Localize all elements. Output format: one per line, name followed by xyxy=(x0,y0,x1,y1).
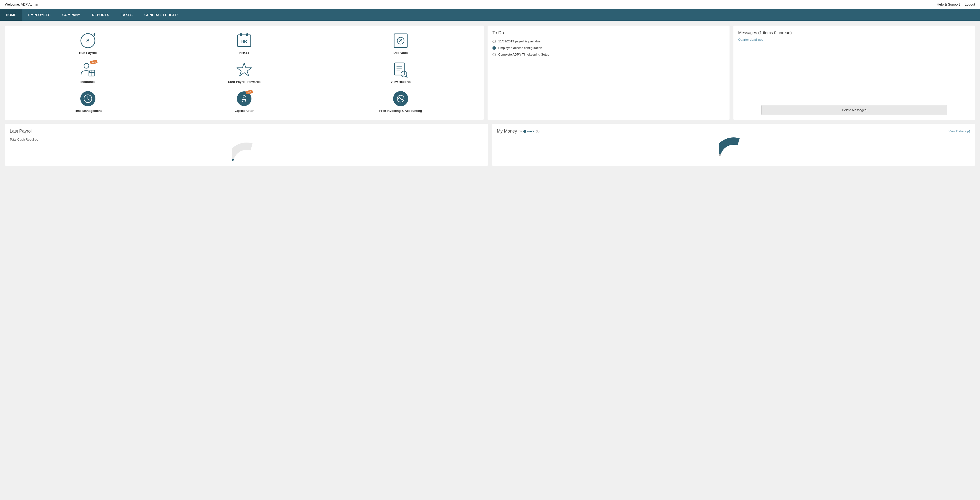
svg-point-36 xyxy=(719,141,748,156)
svg-point-9 xyxy=(84,63,89,68)
logout-link[interactable]: Logout xyxy=(965,2,975,6)
svg-text:✕: ✕ xyxy=(398,37,403,43)
doc-vault-icon-container: ✕ xyxy=(393,33,409,48)
time-management-circle xyxy=(80,91,95,106)
my-money-title: My Money xyxy=(497,129,517,134)
svg-rect-4 xyxy=(247,34,248,36)
todo-item-0[interactable]: 11/01/2019 payroll is past due xyxy=(492,40,725,43)
clock-icon xyxy=(83,94,92,103)
svg-marker-13 xyxy=(237,63,251,76)
last-payroll-card: Last Payroll Total Cash Required: xyxy=(5,124,488,166)
last-payroll-chart xyxy=(10,141,483,161)
todo-item-1[interactable]: Employee access configuration xyxy=(492,46,725,50)
nav-reports[interactable]: REPORTS xyxy=(86,9,115,21)
todo-text-2: Complete ADP® Timekeeping Setup xyxy=(498,53,549,56)
action-earn-payroll-rewards[interactable]: Earn Payroll Rewards xyxy=(228,62,261,83)
action-ziprecruiter[interactable]: New ZipRecruiter xyxy=(235,91,254,113)
todo-circle-0 xyxy=(492,40,496,43)
insurance-new-badge: New xyxy=(90,60,98,65)
svg-line-26 xyxy=(242,101,243,102)
todo-title: To Do xyxy=(492,30,725,35)
action-insurance[interactable]: New Insurance xyxy=(80,62,95,83)
todo-text-0: 11/01/2019 payroll is past due xyxy=(498,40,540,43)
action-time-management[interactable]: Time Management xyxy=(74,91,102,113)
top-row: $ Run Payroll HR HR411 xyxy=(5,26,975,120)
insurance-icon xyxy=(80,62,95,77)
insurance-icon-container: New xyxy=(80,62,95,77)
my-money-pie-chart xyxy=(719,136,748,156)
ziprecruiter-inner-icon xyxy=(240,94,248,103)
ziprecruiter-label: ZipRecruiter xyxy=(235,109,254,113)
insurance-label: Insurance xyxy=(80,80,95,83)
delete-messages-button[interactable]: Delete Messages xyxy=(761,105,947,115)
quick-actions-card: $ Run Payroll HR HR411 xyxy=(5,26,484,120)
view-details-link[interactable]: View Details xyxy=(948,129,970,133)
info-icon[interactable]: i xyxy=(536,129,539,133)
svg-text:$: $ xyxy=(86,38,89,44)
free-invoicing-icon-container xyxy=(393,91,409,107)
action-run-payroll[interactable]: $ Run Payroll xyxy=(79,33,97,54)
my-money-card: My Money by wave i View Details xyxy=(492,124,975,166)
action-free-invoicing[interactable]: Free Invoicing & Accounting xyxy=(379,91,422,113)
free-invoicing-inner-icon xyxy=(396,94,405,103)
messages-title: Messages (1 items 0 unread) xyxy=(738,30,970,35)
top-bar-actions: Help & Support Logout xyxy=(937,2,975,6)
run-payroll-label: Run Payroll xyxy=(79,51,97,54)
todo-item-2[interactable]: Complete ADP® Timekeeping Setup xyxy=(492,53,725,56)
svg-rect-3 xyxy=(240,34,242,36)
hr411-icon-container: HR xyxy=(236,33,252,48)
svg-line-19 xyxy=(406,76,408,77)
svg-line-33 xyxy=(968,130,970,132)
action-hr411[interactable]: HR HR411 xyxy=(236,33,252,54)
doc-vault-label: Doc Vault xyxy=(393,51,408,54)
action-view-reports[interactable]: View Reports xyxy=(391,62,410,83)
nav-company[interactable]: COMPANY xyxy=(56,9,86,21)
svg-line-27 xyxy=(245,101,246,102)
messages-card: Messages (1 items 0 unread) Quarter dead… xyxy=(733,26,975,120)
todo-circle-2 xyxy=(492,53,496,56)
run-payroll-icon-container: $ xyxy=(80,33,95,48)
wave-brand-text: wave xyxy=(527,129,535,133)
nav-employees[interactable]: EMPLOYEES xyxy=(22,9,56,21)
ziprecruiter-icon-container: New xyxy=(236,91,252,107)
svg-point-23 xyxy=(243,96,245,98)
view-reports-icon-container xyxy=(393,62,409,77)
earn-payroll-rewards-label: Earn Payroll Rewards xyxy=(228,80,261,83)
bottom-row: Last Payroll Total Cash Required: My Mon… xyxy=(5,124,975,166)
time-management-icon-container xyxy=(80,91,95,107)
my-money-by-label: by xyxy=(519,129,522,133)
quarter-deadlines-link[interactable]: Quarter deadlines xyxy=(738,38,970,42)
last-payroll-title: Last Payroll xyxy=(10,129,483,134)
nav-taxes[interactable]: TAXES xyxy=(115,9,138,21)
view-reports-label: View Reports xyxy=(391,80,410,83)
svg-point-31 xyxy=(232,146,261,161)
hr411-label: HR411 xyxy=(239,51,249,54)
todo-text-1: Employee access configuration xyxy=(498,46,542,50)
last-payroll-pie-chart xyxy=(232,141,261,161)
my-money-chart xyxy=(497,136,970,156)
top-bar: Welcome, ADP Admin Help & Support Logout xyxy=(0,0,980,9)
action-doc-vault[interactable]: ✕ Doc Vault xyxy=(393,33,409,54)
nav-general-ledger[interactable]: GENERAL LEDGER xyxy=(138,9,183,21)
free-invoicing-label: Free Invoicing & Accounting xyxy=(379,109,422,113)
last-payroll-subtitle: Total Cash Required: xyxy=(10,138,483,141)
svg-text:HR: HR xyxy=(242,39,247,43)
earn-payroll-rewards-icon xyxy=(236,62,252,77)
run-payroll-icon: $ xyxy=(80,33,95,48)
help-support-link[interactable]: Help & Support xyxy=(937,2,960,6)
hr411-icon: HR xyxy=(237,33,252,48)
external-link-icon xyxy=(967,129,970,133)
main-content: $ Run Payroll HR HR411 xyxy=(0,21,980,171)
my-money-title-area: My Money by wave i xyxy=(497,129,539,134)
wave-dot-icon xyxy=(523,130,526,133)
ziprecruiter-new-badge: New xyxy=(245,90,253,94)
svg-rect-14 xyxy=(395,63,404,75)
welcome-text: Welcome, ADP Admin xyxy=(5,2,38,6)
free-invoicing-circle xyxy=(393,91,408,106)
doc-vault-icon: ✕ xyxy=(393,33,408,48)
view-reports-icon xyxy=(393,62,408,77)
main-nav: HOME EMPLOYEES COMPANY REPORTS TAXES GEN… xyxy=(0,9,980,21)
time-management-label: Time Management xyxy=(74,109,102,113)
view-details-text: View Details xyxy=(948,129,966,133)
nav-home[interactable]: HOME xyxy=(0,9,22,21)
